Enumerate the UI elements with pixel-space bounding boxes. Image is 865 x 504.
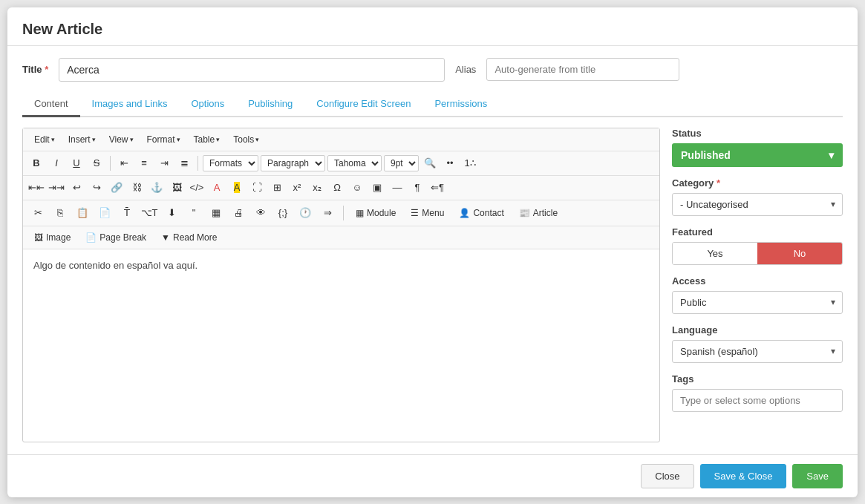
title-input[interactable]	[59, 58, 445, 82]
language-select-wrap: Spanish (español)	[672, 340, 843, 363]
underline-button[interactable]: U	[68, 154, 85, 172]
pagebreak-insert-button[interactable]: ¶	[408, 179, 426, 197]
ltr-button[interactable]: ⇒	[319, 204, 336, 222]
tab-permissions[interactable]: Permissions	[422, 92, 499, 117]
download-button[interactable]: ⬇	[163, 204, 180, 222]
access-section: Access Public	[672, 275, 843, 314]
align-left-button[interactable]: ⇤	[115, 154, 133, 172]
tab-options[interactable]: Options	[179, 92, 236, 117]
access-select-wrap: Public	[672, 291, 843, 314]
paste-plain-button[interactable]: 📄	[96, 204, 114, 222]
media-button[interactable]: ▣	[368, 179, 386, 197]
featured-label: Featured	[672, 226, 843, 238]
article-button[interactable]: 📰 Article	[514, 206, 563, 220]
preview-button[interactable]: 👁	[252, 204, 270, 222]
undo-button[interactable]: ↩	[68, 179, 85, 197]
alias-input[interactable]	[486, 58, 679, 81]
image-button[interactable]: 🖼 Image	[29, 230, 76, 245]
tools-menu[interactable]: Tools ▾	[228, 132, 264, 147]
sidebar: Status Published ▾ Category * - Uncatego…	[672, 128, 843, 442]
format-menu[interactable]: Format ▾	[142, 132, 186, 147]
save-close-button[interactable]: Save & Close	[700, 464, 787, 488]
blockquote-button[interactable]: "	[185, 204, 203, 222]
image-insert-button[interactable]: 🖼	[168, 179, 186, 197]
language-select[interactable]: Spanish (español)	[672, 340, 843, 363]
font-color-button[interactable]: A	[208, 179, 226, 197]
find-replace-button[interactable]: 🔍	[421, 154, 439, 172]
tags-input[interactable]	[672, 389, 843, 412]
align-justify-button[interactable]: ≣	[175, 154, 193, 172]
print-button[interactable]: 🖨	[229, 204, 247, 222]
access-select[interactable]: Public	[672, 291, 843, 314]
format-source-button[interactable]: T̄	[118, 204, 136, 222]
code-button[interactable]: </>	[188, 179, 206, 197]
sep3	[343, 206, 344, 220]
category-select[interactable]: - Uncategorised	[672, 193, 843, 216]
align-center-button[interactable]: ≡	[135, 154, 153, 172]
modal-header: New Article	[7, 7, 858, 46]
status-dropdown-button[interactable]: Published ▾	[672, 143, 843, 167]
link-button[interactable]: 🔗	[108, 179, 125, 197]
featured-no-button[interactable]: No	[757, 243, 842, 264]
tab-publishing[interactable]: Publishing	[236, 92, 304, 117]
indent-more-button[interactable]: ⇥⇥	[48, 179, 65, 197]
readmore-button[interactable]: ▼ Read More	[156, 230, 222, 245]
edit-menu[interactable]: Edit ▾	[29, 132, 60, 147]
paragraph-select[interactable]: Paragraph	[261, 155, 325, 171]
bold-button[interactable]: B	[27, 154, 45, 172]
language-label: Language	[672, 324, 843, 336]
cut-button[interactable]: ✂	[29, 204, 47, 222]
special-char-button[interactable]: Ω	[328, 179, 346, 197]
subscript-button[interactable]: x₂	[308, 179, 326, 197]
tab-images-links[interactable]: Images and Links	[80, 92, 180, 117]
title-row: Title * Alias	[22, 58, 843, 82]
list-bullet-button[interactable]: ••	[441, 154, 459, 172]
strikethrough-button[interactable]: S	[88, 154, 105, 172]
status-chevron-icon: ▾	[829, 149, 834, 161]
bg-color-button[interactable]: A	[228, 179, 246, 197]
toolbar-row-2: ⇤⇤ ⇥⇥ ↩ ↪ 🔗 ⛓ ⚓ 🖼 </> A A ⛶ ⊞ x² x₂ Ω	[23, 176, 659, 200]
italic-button[interactable]: I	[48, 154, 65, 172]
fullscreen-button[interactable]: ⛶	[248, 179, 266, 197]
hr-button[interactable]: —	[388, 179, 406, 197]
paste-button[interactable]: 📋	[74, 204, 91, 222]
editor-menubar: Edit ▾ Insert ▾ View ▾ Format ▾ Table ▾ …	[23, 128, 659, 151]
copy-button[interactable]: ⎘	[51, 204, 69, 222]
emoji-button[interactable]: ☺	[348, 179, 366, 197]
codeview-button[interactable]: {;}	[274, 204, 292, 222]
tab-content[interactable]: Content	[22, 92, 80, 117]
redo-button[interactable]: ↪	[88, 179, 105, 197]
align-right-button[interactable]: ⇥	[155, 154, 173, 172]
content-area: Edit ▾ Insert ▾ View ▾ Format ▾ Table ▾ …	[22, 128, 843, 442]
format-clear-button[interactable]: ⌥T	[140, 204, 158, 222]
menu-button[interactable]: ☰ Menu	[405, 206, 449, 220]
font-select[interactable]: Tahoma	[327, 155, 382, 171]
editor-content[interactable]: Algo de contenido en español va aquí.	[23, 249, 659, 442]
featured-yes-button[interactable]: Yes	[673, 243, 757, 264]
close-button[interactable]: Close	[641, 464, 693, 488]
formats-select[interactable]: Formats	[203, 155, 258, 171]
featured-section: Featured Yes No	[672, 226, 843, 265]
size-select[interactable]: 9pt	[384, 155, 419, 171]
tab-configure-edit-screen[interactable]: Configure Edit Screen	[304, 92, 422, 117]
featured-toggle: Yes No	[672, 242, 843, 265]
table-menu[interactable]: Table ▾	[189, 132, 226, 147]
table-insert-button[interactable]: ⊞	[268, 179, 286, 197]
superscript-button[interactable]: x²	[288, 179, 306, 197]
anchor-button[interactable]: ⚓	[148, 179, 166, 197]
toolbar-row-3: ✂ ⎘ 📋 📄 T̄ ⌥T ⬇ " ▦ 🖨 👁 {;} 🕐 ⇒ ▦ Module	[23, 200, 659, 226]
rtl-button[interactable]: ⇐¶	[428, 179, 446, 197]
modal-title: New Article	[22, 21, 102, 37]
tags-section: Tags	[672, 373, 843, 412]
insert-menu[interactable]: Insert ▾	[63, 132, 101, 147]
unlink-button[interactable]: ⛓	[128, 179, 146, 197]
clock-button[interactable]: 🕐	[296, 204, 314, 222]
charmap-button[interactable]: ▦	[207, 204, 225, 222]
contact-button[interactable]: 👤 Contact	[454, 206, 509, 220]
indent-less-button[interactable]: ⇤⇤	[27, 179, 45, 197]
module-button[interactable]: ▦ Module	[350, 206, 401, 220]
list-ordered-button[interactable]: 1∴	[461, 154, 479, 172]
save-button[interactable]: Save	[792, 464, 843, 488]
pagebreak-button[interactable]: 📄 Page Break	[80, 230, 151, 245]
view-menu[interactable]: View ▾	[104, 132, 139, 147]
